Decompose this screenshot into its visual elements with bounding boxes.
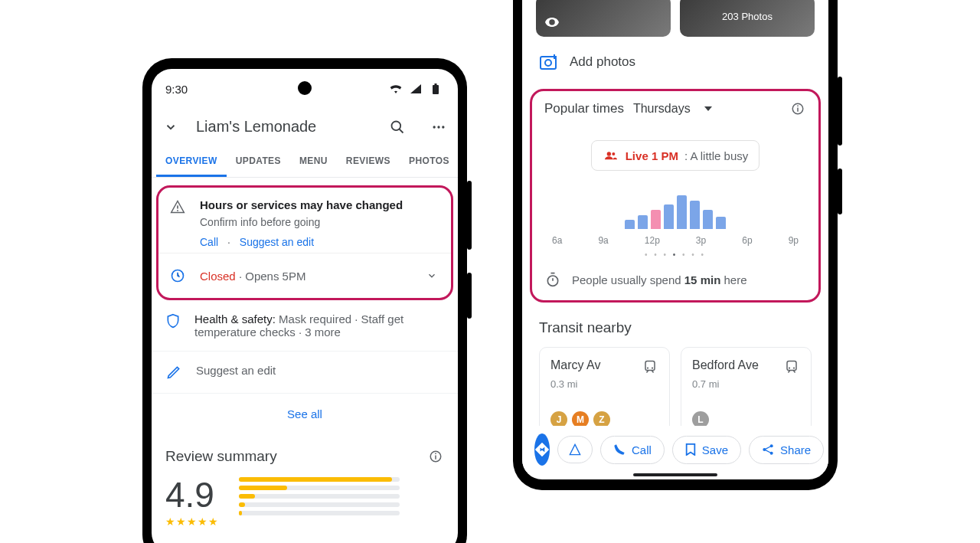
svg-rect-10	[435, 456, 436, 460]
alert-links: Call · Suggest an edit	[200, 236, 440, 248]
popular-times-bar[interactable]	[638, 215, 648, 229]
svg-point-18	[612, 152, 615, 155]
axis-tick: 9a	[598, 235, 608, 246]
popular-times-title: Popular times	[544, 101, 624, 116]
status-icons	[387, 80, 444, 97]
directions-button[interactable]	[534, 433, 550, 466]
home-indicator[interactable]	[633, 473, 717, 476]
review-score: 4.9	[165, 477, 219, 512]
warning-icon	[169, 198, 186, 215]
photo-thumb-count[interactable]: 203 Photos	[680, 0, 815, 37]
transit-stop-name: Bedford Ave	[692, 358, 759, 372]
popular-times-bar[interactable]	[716, 217, 726, 229]
popular-times-bar[interactable]	[651, 210, 661, 229]
see-all-button[interactable]: See all	[152, 394, 458, 434]
popular-times-chart[interactable]: 6a 9a 12p 3p 6p 9p	[549, 192, 802, 246]
time-spent-row: People usually spend 15 min here	[544, 271, 806, 288]
bottom-action-bar: Call Save Share	[522, 426, 828, 472]
popular-times-bar[interactable]	[677, 195, 687, 229]
axis-tick: 3p	[696, 235, 706, 246]
separator-dot: ·	[227, 236, 230, 248]
day-dropdown-icon[interactable]	[700, 100, 717, 117]
call-label: Call	[632, 443, 652, 456]
call-button[interactable]: Call	[600, 436, 665, 464]
phone-frame-right: 203 Photos Add photos Popular times Thur…	[513, 0, 838, 490]
phone-frame-left: 9:30 Liam's Lemona	[142, 58, 467, 543]
stopwatch-icon	[544, 271, 561, 288]
share-button[interactable]: Share	[749, 436, 824, 464]
closed-label: Closed	[200, 270, 236, 283]
hours-text: Closed · Opens 5PM	[200, 270, 305, 283]
popular-times-card: Popular times Thursdays	[530, 89, 821, 303]
search-icon[interactable]	[389, 119, 406, 136]
svg-point-3	[433, 126, 436, 128]
street-view-icon	[544, 14, 560, 31]
place-header: Liam's Lemonade	[152, 104, 458, 146]
volume-button	[467, 181, 472, 250]
popular-times-bar[interactable]	[625, 220, 635, 229]
photo-thumb-preview[interactable]	[536, 0, 671, 37]
tab-updates[interactable]: UPDATES	[227, 146, 290, 177]
add-photos-button[interactable]: Add photos	[522, 37, 828, 87]
busy-label: : A little busy	[684, 149, 748, 162]
health-safety-text: Health & safety: Mask required · Staff g…	[194, 312, 444, 339]
svg-rect-0	[433, 85, 439, 94]
camera-hole	[298, 81, 312, 95]
review-summary-title: Review summary	[165, 448, 277, 465]
svg-rect-23	[787, 361, 796, 371]
suggest-edit-link[interactable]: Suggest an edit	[240, 236, 314, 248]
tab-photos[interactable]: PHOTOS	[400, 146, 458, 177]
save-button[interactable]: Save	[672, 436, 741, 464]
alert-title: Hours or services may have changed	[200, 198, 440, 211]
svg-rect-11	[435, 453, 436, 455]
health-safety-row[interactable]: Health & safety: Mask required · Staff g…	[152, 300, 458, 352]
call-link[interactable]: Call	[200, 236, 218, 248]
suggest-edit-row[interactable]: Suggest an edit	[152, 352, 458, 394]
chevron-down-icon[interactable]	[423, 267, 440, 284]
svg-point-13	[545, 60, 551, 66]
signal-icon	[407, 80, 424, 97]
review-bar-3	[239, 494, 400, 499]
popular-times-bar[interactable]	[664, 204, 674, 229]
transit-title: Transit nearby	[539, 319, 812, 336]
transit-section: Transit nearby Marcy Av0.3 miJMZBedford …	[522, 303, 828, 440]
svg-point-25	[793, 367, 795, 368]
back-button[interactable]	[162, 119, 179, 136]
info-icon[interactable]	[427, 448, 444, 465]
axis-tick: 6a	[552, 235, 562, 246]
tab-menu[interactable]: MENU	[290, 146, 337, 177]
svg-rect-7	[177, 210, 178, 211]
power-button	[467, 273, 472, 319]
svg-point-19	[547, 276, 557, 286]
info-icon[interactable]	[789, 100, 806, 117]
phone-screen-left: 9:30 Liam's Lemona	[152, 69, 458, 543]
transit-stop-name: Marcy Av	[550, 358, 601, 372]
place-title: Liam's Lemonade	[196, 118, 372, 136]
transit-stop-distance: 0.3 mi	[550, 378, 658, 390]
live-busy-pill: Live 1 PM : A little busy	[591, 140, 760, 171]
volume-button	[838, 77, 842, 146]
hours-row[interactable]: Closed · Opens 5PM	[158, 253, 451, 298]
svg-point-24	[789, 367, 790, 368]
day-pager-dots[interactable]: • • • • • • •	[544, 250, 806, 259]
review-bars	[239, 477, 400, 515]
tab-overview[interactable]: OVERVIEW	[156, 146, 227, 177]
alert-subtitle: Confirm info before going	[200, 216, 440, 228]
subway-icon	[783, 358, 800, 375]
health-label: Health & safety:	[194, 312, 276, 325]
popular-times-bar[interactable]	[703, 210, 713, 229]
more-icon[interactable]	[430, 119, 447, 136]
popular-times-bar[interactable]	[690, 201, 700, 229]
popular-times-day[interactable]: Thursdays	[633, 102, 691, 116]
pencil-icon	[165, 364, 182, 381]
start-button[interactable]	[557, 436, 593, 463]
save-label: Save	[702, 443, 728, 456]
tab-reviews[interactable]: REVIEWS	[337, 146, 400, 177]
review-bar-1	[239, 511, 400, 515]
review-bar-2	[239, 502, 400, 507]
chart-axis: 6a 9a 12p 3p 6p 9p	[549, 235, 802, 246]
add-photos-label: Add photos	[570, 54, 635, 70]
wifi-icon	[387, 80, 404, 97]
power-button	[838, 168, 842, 214]
people-icon	[603, 147, 619, 164]
